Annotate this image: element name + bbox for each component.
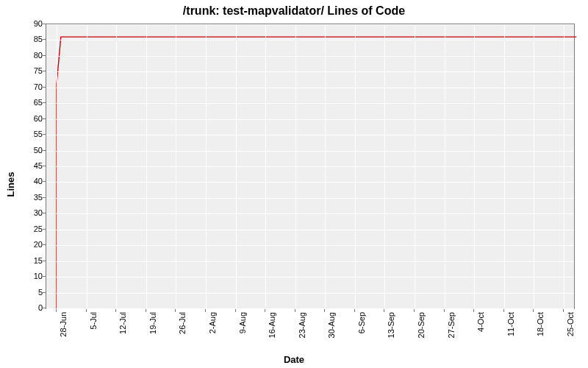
y-tick-mark (43, 261, 46, 261)
y-tick-label: 55 (21, 130, 43, 138)
hgrid-line (46, 261, 574, 262)
y-tick-label: 0 (21, 303, 43, 312)
vgrid-line (504, 24, 505, 308)
vgrid-line (116, 24, 117, 308)
y-tick-label: 60 (21, 114, 43, 123)
vgrid-line (325, 24, 326, 308)
y-tick-mark (43, 150, 46, 151)
y-axis-label: Lines (4, 0, 18, 368)
hgrid-line (46, 182, 574, 183)
vgrid-line (445, 24, 445, 308)
y-tick-mark (43, 166, 46, 166)
x-tick-label: 2-Aug (208, 312, 217, 333)
x-tick-mark (533, 309, 534, 312)
hgrid-line (46, 40, 574, 40)
hgrid-line (46, 56, 574, 57)
vgrid-line (57, 24, 57, 308)
y-tick-label: 5 (21, 288, 43, 297)
x-tick-label: 16-Aug (268, 312, 276, 338)
hgrid-line (46, 277, 574, 277)
y-tick-mark (43, 71, 46, 71)
hgrid-line (46, 293, 574, 294)
y-tick-label: 25 (21, 224, 43, 233)
y-tick-label: 35 (21, 193, 43, 202)
x-tick-label: 11-Oct (506, 312, 515, 336)
hgrid-line (46, 71, 574, 72)
vgrid-line (265, 24, 266, 308)
x-tick-mark (354, 309, 355, 312)
y-tick-label: 85 (21, 35, 43, 43)
hgrid-line (46, 88, 574, 88)
y-tick-mark (43, 39, 46, 40)
x-tick-mark (56, 309, 57, 312)
vgrid-line (146, 24, 147, 308)
y-tick-label: 15 (21, 256, 43, 265)
hgrid-line (46, 198, 574, 199)
x-tick-label: 9-Aug (238, 312, 247, 333)
x-tick-mark (414, 309, 415, 312)
hgrid-line (46, 103, 574, 104)
x-tick-mark (205, 309, 206, 312)
loc-chart: /trunk: test-mapvalidator/ Lines of Code… (0, 0, 588, 368)
y-tick-label: 20 (21, 240, 43, 249)
y-tick-mark (43, 134, 46, 135)
hgrid-line (46, 166, 574, 167)
y-tick-label: 70 (21, 82, 43, 91)
y-tick-label: 40 (21, 177, 43, 185)
x-tick-mark (146, 309, 146, 312)
vgrid-line (384, 24, 385, 308)
vgrid-line (564, 24, 564, 308)
vgrid-line (206, 24, 207, 308)
y-tick-label: 30 (21, 208, 43, 217)
x-tick-label: 5-Jul (89, 312, 98, 330)
x-tick-label: 26-Jul (178, 312, 187, 334)
hgrid-line (46, 245, 574, 246)
y-tick-mark (43, 55, 46, 56)
x-tick-label: 18-Oct (536, 312, 545, 336)
x-tick-label: 20-Sep (417, 312, 426, 338)
x-tick-label: 28-Jun (59, 312, 68, 337)
x-tick-mark (86, 309, 87, 312)
y-tick-mark (43, 213, 46, 213)
x-tick-mark (473, 309, 474, 312)
x-tick-label: 19-Jul (148, 312, 157, 334)
y-tick-mark (43, 102, 46, 103)
x-tick-mark (115, 309, 116, 312)
x-tick-label: 30-Aug (327, 312, 336, 338)
x-tick-mark (503, 309, 504, 312)
x-axis-label: Date (0, 354, 588, 365)
y-tick-mark (43, 292, 46, 293)
x-tick-mark (563, 309, 564, 312)
hgrid-line (46, 308, 574, 309)
vgrid-line (236, 24, 237, 308)
y-tick-label: 45 (21, 161, 43, 170)
x-tick-mark (324, 309, 325, 312)
y-tick-mark (43, 276, 46, 277)
hgrid-line (46, 24, 574, 25)
y-tick-label: 90 (21, 19, 43, 28)
hgrid-line (46, 151, 574, 152)
x-tick-mark (444, 309, 445, 312)
y-tick-mark (43, 24, 46, 24)
x-tick-label: 6-Sep (357, 312, 366, 333)
y-tick-mark (43, 229, 46, 230)
x-tick-mark (235, 309, 236, 312)
vgrid-line (355, 24, 356, 308)
y-tick-mark (43, 118, 46, 119)
hgrid-line (46, 135, 574, 135)
x-tick-label: 25-Oct (566, 312, 575, 336)
vgrid-line (176, 24, 176, 308)
y-tick-mark (43, 308, 46, 308)
hgrid-line (46, 230, 574, 230)
vgrid-line (415, 24, 415, 308)
y-tick-label: 65 (21, 98, 43, 107)
y-tick-label: 75 (21, 66, 43, 75)
y-tick-label: 50 (21, 146, 43, 155)
vgrid-line (87, 24, 87, 308)
hgrid-line (46, 213, 574, 214)
x-tick-label: 13-Sep (387, 312, 395, 338)
vgrid-line (295, 24, 296, 308)
y-tick-label: 80 (21, 51, 43, 60)
y-tick-mark (43, 244, 46, 245)
y-tick-mark (43, 87, 46, 88)
